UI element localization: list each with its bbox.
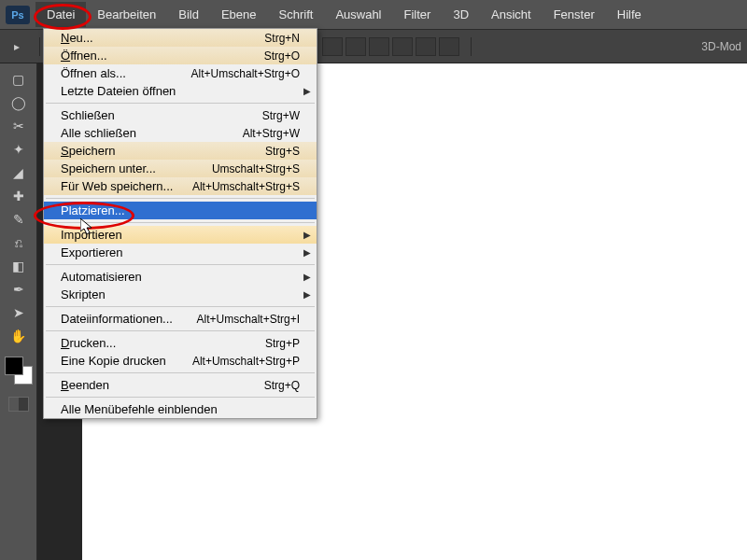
menu-separator: [46, 222, 315, 223]
menu-item[interactable]: Neu...Strg+N: [44, 29, 317, 47]
tool-palette: ▢ ◯ ✂ ✦ ◢ ✚ ✎ ⎌ ◧ ✒ ➤ ✋: [0, 63, 37, 560]
menu-item[interactable]: Importieren▶: [44, 226, 317, 244]
menu-separator: [46, 397, 315, 398]
menubar-item-3d[interactable]: 3D: [442, 2, 480, 27]
marquee-tool-icon[interactable]: ▢: [7, 69, 31, 90]
distribute-icon[interactable]: [392, 37, 413, 56]
brush-tool-icon[interactable]: ✎: [7, 209, 31, 230]
menu-item-shortcut: Alt+Strg+W: [243, 127, 300, 140]
menu-item[interactable]: Automatisieren▶: [44, 268, 317, 286]
app-logo: Ps: [6, 6, 30, 24]
quickmask-toggle[interactable]: [8, 397, 29, 412]
menubar-item-bild[interactable]: Bild: [167, 2, 210, 27]
distribute-icon[interactable]: [439, 37, 459, 56]
menu-item-label: Automatisieren: [61, 270, 142, 284]
menu-item[interactable]: SpeichernStrg+S: [44, 142, 317, 160]
menu-item-shortcut: Strg+O: [264, 49, 300, 63]
menu-item[interactable]: Öffnen als...Alt+Umschalt+Strg+O: [44, 64, 317, 82]
color-swatches[interactable]: [5, 357, 33, 385]
hand-tool-icon[interactable]: ✋: [7, 326, 31, 346]
menu-item[interactable]: Eine Kopie druckenAlt+Umschalt+Strg+P: [44, 352, 317, 370]
menu-item-label: Neu...: [61, 31, 93, 45]
menu-item-shortcut: Strg+P: [265, 337, 300, 350]
menu-item[interactable]: BeendenStrg+Q: [44, 376, 317, 394]
menu-item[interactable]: Drucken...Strg+P: [44, 334, 317, 352]
submenu-arrow-icon: ▶: [303, 272, 311, 282]
menu-item-label: Öffnen...: [61, 49, 107, 63]
menu-separator: [46, 264, 315, 265]
heal-tool-icon[interactable]: ✚: [7, 186, 31, 206]
distribute-icons: [322, 37, 459, 56]
menu-item-label: Alle schließen: [61, 126, 136, 140]
menu-item-shortcut: Strg+N: [264, 32, 300, 45]
distribute-icon[interactable]: [322, 37, 343, 56]
menu-item-label: Speichern unter...: [61, 161, 156, 175]
menubar-item-fenster[interactable]: Fenster: [543, 2, 606, 27]
menu-item-label: Letzte Dateien öffnen: [61, 84, 176, 98]
menu-item-label: Schließen: [61, 108, 115, 122]
menu-separator: [46, 330, 315, 331]
menubar-item-bearbeiten[interactable]: Bearbeiten: [86, 2, 167, 27]
menu-item-label: Eine Kopie drucken: [61, 354, 166, 368]
menubar-item-filter[interactable]: Filter: [393, 2, 443, 27]
clone-tool-icon[interactable]: ⎌: [7, 232, 31, 253]
menu-item-label: Drucken...: [61, 336, 116, 350]
foreground-color-swatch[interactable]: [5, 357, 23, 375]
menubar-item-auswahl[interactable]: Auswahl: [324, 2, 392, 27]
menubar-item-ansicht[interactable]: Ansicht: [480, 2, 543, 27]
menu-item[interactable]: Öffnen...Strg+O: [44, 47, 317, 64]
menubar-item-datei[interactable]: Datei: [35, 2, 86, 27]
menu-item[interactable]: Platzieren...: [44, 202, 317, 219]
distribute-icon[interactable]: [369, 37, 389, 56]
menu-item[interactable]: Alle schließenAlt+Strg+W: [44, 124, 317, 142]
menubar: Ps DateiBearbeitenBildEbeneSchriftAuswah…: [0, 0, 747, 30]
menu-item-label: Platzieren...: [61, 203, 125, 217]
menu-item-shortcut: Umschalt+Strg+S: [212, 162, 300, 175]
menu-item-label: Speichern: [61, 144, 116, 158]
menu-item[interactable]: Für Web speichern...Alt+Umschalt+Strg+S: [44, 177, 317, 195]
menu-separator: [46, 103, 315, 104]
distribute-icon[interactable]: [416, 37, 436, 56]
menu-item-shortcut: Strg+Q: [264, 379, 300, 392]
eraser-tool-icon[interactable]: ◧: [7, 256, 31, 276]
menu-item-label: Alle Menübefehle einblenden: [61, 402, 218, 416]
submenu-arrow-icon: ▶: [303, 230, 311, 240]
menu-item-label: Dateiinformationen...: [61, 312, 173, 326]
eyedropper-tool-icon[interactable]: ◢: [7, 162, 31, 183]
menu-item-label: Für Web speichern...: [61, 179, 173, 193]
menu-separator: [46, 198, 315, 199]
menu-item-shortcut: Alt+Umschalt+Strg+O: [191, 67, 300, 80]
menubar-item-schrift[interactable]: Schrift: [268, 2, 325, 27]
crop-tool-icon[interactable]: ✂: [7, 116, 31, 136]
menu-item-shortcut: Alt+Umschalt+Strg+P: [192, 355, 300, 368]
distribute-icon[interactable]: [345, 37, 366, 56]
menu-item[interactable]: Dateiinformationen...Alt+Umschalt+Strg+I: [44, 310, 317, 328]
menu-item-label: Beenden: [61, 378, 109, 392]
menubar-item-hilfe[interactable]: Hilfe: [606, 2, 653, 27]
file-menu-dropdown: Neu...Strg+NÖffnen...Strg+OÖffnen als...…: [43, 28, 317, 419]
mode-3d-label[interactable]: 3D-Mod: [701, 40, 741, 53]
menu-item[interactable]: Alle Menübefehle einblenden: [44, 400, 317, 418]
menu-item-label: Importieren: [61, 228, 122, 242]
menu-item[interactable]: SchließenStrg+W: [44, 106, 317, 124]
menu-item-shortcut: Alt+Umschalt+Strg+S: [192, 180, 300, 193]
menu-item[interactable]: Letzte Dateien öffnen▶: [44, 82, 317, 100]
menu-item[interactable]: Skripten▶: [44, 286, 317, 303]
submenu-arrow-icon: ▶: [303, 289, 311, 300]
submenu-arrow-icon: ▶: [303, 86, 311, 96]
menu-item-shortcut: Strg+W: [262, 109, 300, 122]
menubar-item-ebene[interactable]: Ebene: [210, 2, 268, 27]
pen-tool-icon[interactable]: ✒: [7, 279, 31, 300]
menu-item-shortcut: Strg+S: [265, 145, 300, 158]
menu-item[interactable]: Speichern unter...Umschalt+Strg+S: [44, 160, 317, 177]
move-tool-icon[interactable]: ▸: [6, 35, 28, 58]
menu-item[interactable]: Exportieren▶: [44, 244, 317, 261]
lasso-tool-icon[interactable]: ◯: [7, 92, 31, 113]
menu-item-label: Skripten: [61, 287, 106, 301]
menu-separator: [46, 372, 315, 373]
menu-item-label: Exportieren: [61, 245, 122, 259]
arrow-tool-icon[interactable]: ➤: [7, 302, 31, 323]
menu-item-shortcut: Alt+Umschalt+Strg+I: [197, 313, 300, 326]
wand-tool-icon[interactable]: ✦: [7, 139, 31, 160]
menu-separator: [46, 306, 315, 307]
